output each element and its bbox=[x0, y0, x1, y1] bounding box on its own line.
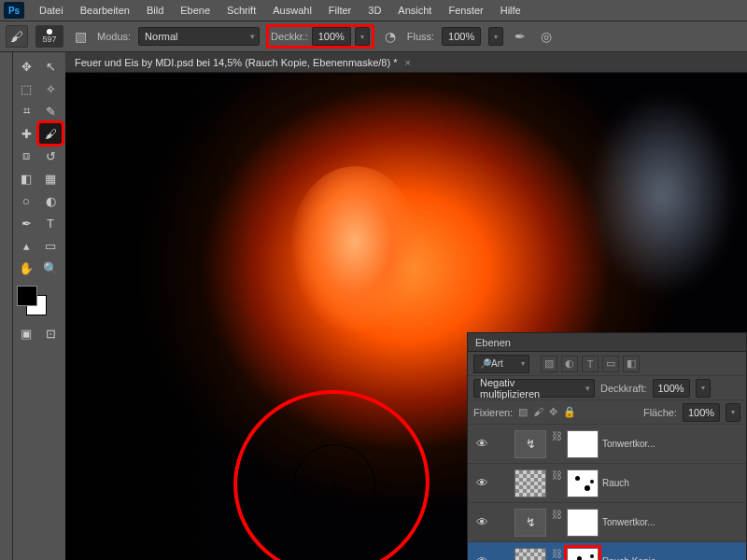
flow-dropdown[interactable]: ▾ bbox=[488, 27, 503, 46]
move-tool[interactable]: ✥ bbox=[15, 56, 37, 77]
opacity-input[interactable]: 100% bbox=[312, 27, 351, 46]
lock-position-icon[interactable]: ✥ bbox=[549, 406, 557, 418]
color-swatch[interactable] bbox=[17, 286, 47, 315]
dodge-tool[interactable]: ◐ bbox=[39, 190, 62, 211]
link-icon[interactable]: ⛓ bbox=[550, 548, 563, 561]
menu-bearbeiten[interactable]: Bearbeiten bbox=[73, 3, 137, 18]
menu-datei[interactable]: Datei bbox=[32, 3, 71, 18]
link-icon[interactable]: ⛓ bbox=[550, 430, 563, 458]
menu-ansicht[interactable]: Ansicht bbox=[390, 3, 439, 18]
menu-3d[interactable]: 3D bbox=[360, 3, 388, 18]
menu-fenster[interactable]: Fenster bbox=[441, 3, 490, 18]
zoom-tool[interactable]: 🔍 bbox=[39, 258, 62, 278]
mode-label: Modus: bbox=[97, 31, 131, 42]
mask-thumb[interactable] bbox=[567, 430, 599, 458]
brush-size-picker[interactable]: 597 bbox=[35, 25, 63, 48]
app-logo: Ps bbox=[4, 2, 24, 19]
filter-smart-icon[interactable]: ◧ bbox=[623, 356, 640, 372]
visibility-icon[interactable]: 👁 bbox=[473, 554, 490, 560]
path-select-tool[interactable]: ▴ bbox=[15, 235, 37, 256]
layers-panel: Ebenen 🔎 Art ▧ ◐ T ▭ ◧ Negativ multipliz… bbox=[467, 332, 747, 560]
layer-name[interactable]: Rauch bbox=[602, 478, 740, 488]
mask-thumb[interactable] bbox=[567, 548, 599, 561]
menu-bild[interactable]: Bild bbox=[139, 3, 171, 18]
layer-thumb[interactable] bbox=[514, 469, 546, 497]
lock-pixels-icon[interactable]: 🖌 bbox=[533, 406, 543, 418]
layer-filter-kind[interactable]: 🔎 Art bbox=[473, 355, 529, 373]
menu-filter[interactable]: Filter bbox=[321, 3, 359, 18]
pressure-size-icon[interactable]: ◎ bbox=[537, 27, 556, 46]
type-tool[interactable]: T bbox=[39, 213, 62, 233]
visibility-icon[interactable]: 👁 bbox=[473, 515, 490, 529]
lock-label: Fixieren: bbox=[473, 407, 513, 418]
mask-thumb[interactable] bbox=[567, 469, 599, 497]
gradient-tool[interactable]: ▦ bbox=[39, 168, 62, 189]
layer-opacity-dropdown[interactable]: ▾ bbox=[696, 379, 711, 398]
layer-row[interactable]: 👁 ⛓ Rauch Kopie bbox=[468, 542, 746, 560]
document-tab[interactable]: Feuer und Eis by MDI.psd bei 14,5% (Rauc… bbox=[65, 52, 747, 73]
link-icon[interactable]: ⛓ bbox=[550, 469, 563, 497]
link-icon[interactable]: ⛓ bbox=[550, 509, 563, 537]
layer-name[interactable]: Rauch Kopie bbox=[602, 556, 740, 560]
pen-tool[interactable]: ✒ bbox=[15, 213, 37, 233]
close-tab-icon[interactable]: × bbox=[404, 57, 410, 68]
opacity-dropdown[interactable]: ▾ bbox=[355, 27, 370, 46]
screenmode-tool[interactable]: ⊡ bbox=[39, 323, 62, 343]
eyedropper-tool[interactable]: ✎ bbox=[39, 101, 62, 121]
fill-label: Fläche: bbox=[643, 407, 677, 418]
visibility-icon[interactable]: 👁 bbox=[473, 476, 490, 490]
menu-hilfe[interactable]: Hilfe bbox=[493, 3, 529, 18]
pressure-opacity-icon[interactable]: ◔ bbox=[381, 27, 400, 46]
mask-thumb[interactable] bbox=[567, 509, 599, 537]
blend-mode-select[interactable]: Normal bbox=[138, 27, 260, 46]
adjustment-thumb[interactable]: ↯ bbox=[514, 430, 546, 458]
layer-opacity-label: Deckkraft: bbox=[600, 383, 647, 394]
menu-ebene[interactable]: Ebene bbox=[173, 3, 218, 18]
visibility-icon[interactable]: 👁 bbox=[473, 437, 490, 451]
menu-auswahl[interactable]: Auswahl bbox=[265, 3, 319, 18]
heal-tool[interactable]: ✚ bbox=[15, 123, 37, 144]
layer-name[interactable]: Tonwertkor... bbox=[602, 439, 740, 449]
foreground-color[interactable] bbox=[17, 286, 37, 306]
lock-all-icon[interactable]: 🔒 bbox=[563, 406, 576, 418]
layer-thumb[interactable] bbox=[514, 548, 546, 561]
filter-shape-icon[interactable]: ▭ bbox=[602, 356, 619, 372]
brush-size-value: 597 bbox=[42, 35, 56, 44]
toolbox: ✥↖ ⬚✧ ⌗✎ ✚🖌 ⧈↺ ◧▦ ○◐ ✒T ▴▭ ✋🔍 ▣⊡ bbox=[13, 52, 65, 560]
shape-tool[interactable]: ▭ bbox=[39, 235, 62, 256]
adjustment-thumb[interactable]: ↯ bbox=[514, 509, 546, 537]
brush-tool[interactable]: 🖌 bbox=[39, 123, 62, 144]
marquee-tool[interactable]: ⬚ bbox=[15, 78, 37, 99]
fill-dropdown[interactable]: ▾ bbox=[726, 403, 740, 422]
hand-tool[interactable]: ✋ bbox=[15, 258, 37, 278]
airbrush-icon[interactable]: ✒ bbox=[511, 27, 529, 46]
filter-adjust-icon[interactable]: ◐ bbox=[561, 356, 578, 372]
tool-preset-picker[interactable]: 🖌 bbox=[6, 25, 28, 48]
document-title: Feuer und Eis by MDI.psd bei 14,5% (Rauc… bbox=[75, 57, 397, 68]
layer-blend-select[interactable]: Negativ multiplizieren bbox=[473, 379, 595, 398]
fill-input[interactable]: 100% bbox=[683, 403, 720, 422]
blur-tool[interactable]: ○ bbox=[15, 190, 37, 211]
history-brush-tool[interactable]: ↺ bbox=[39, 146, 62, 166]
crop-tool[interactable]: ⌗ bbox=[15, 101, 37, 121]
layer-name[interactable]: Tonwertkor... bbox=[602, 517, 740, 527]
lock-transparency-icon[interactable]: ▨ bbox=[518, 406, 528, 418]
layer-row[interactable]: 👁 ⛓ Rauch bbox=[468, 464, 746, 503]
layer-row[interactable]: 👁 ↯ ⛓ Tonwertkor... bbox=[468, 503, 746, 542]
move-tool-b[interactable]: ↖ bbox=[39, 56, 62, 77]
menu-schrift[interactable]: Schrift bbox=[219, 3, 263, 18]
filter-type-icon[interactable]: T bbox=[582, 356, 599, 372]
collapsed-panel[interactable] bbox=[0, 52, 13, 560]
stamp-tool[interactable]: ⧈ bbox=[15, 146, 37, 166]
wand-tool[interactable]: ✧ bbox=[39, 78, 62, 99]
layer-opacity-input[interactable]: 100% bbox=[653, 379, 690, 398]
layers-tab[interactable]: Ebenen bbox=[468, 333, 746, 352]
filter-pixel-icon[interactable]: ▧ bbox=[541, 356, 557, 372]
layer-row[interactable]: 👁 ↯ ⛓ Tonwertkor... bbox=[468, 425, 746, 464]
brush-panel-toggle-icon[interactable]: ▧ bbox=[71, 27, 90, 46]
flow-label: Fluss: bbox=[407, 31, 434, 42]
flow-input[interactable]: 100% bbox=[442, 27, 481, 46]
eraser-tool[interactable]: ◧ bbox=[15, 168, 37, 189]
quickmask-tool[interactable]: ▣ bbox=[15, 323, 37, 343]
opacity-label: Deckkr.: bbox=[271, 31, 308, 42]
